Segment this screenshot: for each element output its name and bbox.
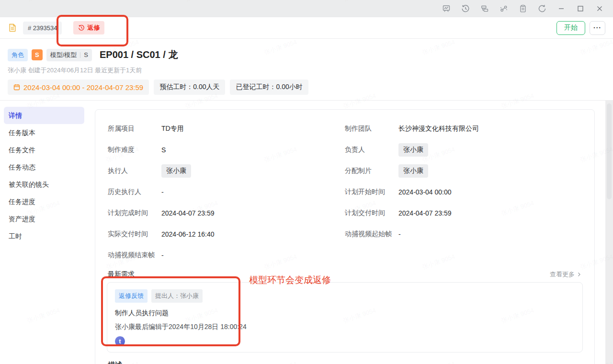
maximize-button[interactable] [571,0,590,17]
field-label: 历史执行人 [108,188,161,196]
field-row: 所属项目TD专用 [108,118,345,139]
badge-divider [80,52,80,58]
field-label: 实际交付时间 [108,230,161,239]
field-label: 负责人 [345,146,398,154]
person-tag: 张小康 [398,143,428,157]
field-row: 制作团队长沙神漫文化科技有限公司 [345,118,582,139]
field-label: 动捕视频结束帧 [108,251,161,260]
creation-meta: 张小康 创建于2024年06月12日 最近更新于1天前 [8,66,142,75]
close-button[interactable] [590,0,609,17]
sidebar-item[interactable]: 任务动态 [4,159,84,176]
field-row: 计划开始时间2024-03-04 00:00 [345,182,582,203]
view-more-link[interactable]: 查看更多 [550,270,582,279]
attachment-avatar-icon[interactable]: t [115,336,125,346]
field-value: - [161,188,164,196]
person-tag: 张小康 [161,164,191,178]
field-label: 制作团队 [345,125,398,133]
field-value: 2024-03-04 00:00 [398,188,452,196]
field-label: 动捕视频起始帧 [345,230,398,239]
field-value: 2024-06-12 16:40 [161,230,215,238]
field-value: TD专用 [161,125,184,133]
task-id-chip[interactable]: # 2393534 [23,22,62,34]
next-section-title-partial: 描述 [108,361,122,364]
refresh-icon[interactable] [533,0,552,17]
asset-type-badge: 角色 [8,49,28,61]
difficulty-badge: S [32,49,43,60]
sidebar-item[interactable]: 任务进度 [4,193,84,210]
field-row: 计划交付时间2024-04-07 23:59 [345,203,582,224]
sidebar: 详情任务版本任务文件任务动态被关联的镜头任务进度资产进度工时 [4,107,84,245]
field-row: 负责人张小康 [345,139,582,160]
link-icon[interactable] [494,0,513,17]
title-section: 角色 S 模型/模型 S EP001 / SC01 / 龙 张小康 创建于202… [0,39,613,101]
field-label: 计划交付时间 [345,209,398,217]
status-badge: 返修 [73,21,104,34]
pipeline-step-badge: 模型/模型 S [46,49,92,61]
requirement-content: 制作人员执行问题 [115,309,575,318]
rework-history-icon [78,24,85,31]
detail-card: 所属项目TD专用制作难度S执行人张小康历史执行人-计划完成时间2024-04-0… [95,109,595,364]
field-label: 计划开始时间 [345,188,398,196]
dashboard-icon[interactable] [437,0,456,17]
field-row: 历史执行人- [108,182,345,203]
proposer-badge: 提出人：张小康 [151,289,203,303]
field-value: - [398,230,401,238]
sidebar-item[interactable]: 任务文件 [4,141,84,159]
sidebar-item[interactable]: 工时 [4,228,84,245]
pipeline-step-label: 模型/模型 [50,51,77,59]
details-col-left: 所属项目TD专用制作难度S执行人张小康历史执行人-计划完成时间2024-04-0… [108,118,345,266]
sidebar-item[interactable]: 资产进度 [4,210,84,228]
feedback-type-badge: 返修反馈 [115,289,148,303]
field-value: 2024-04-07 23:59 [161,209,215,217]
person-tag: 张小康 [398,164,428,178]
page-title: EP001 / SC01 / 龙 [100,48,178,61]
field-value: 2024-04-07 23:59 [398,209,452,217]
pipeline-step-level: S [84,51,88,58]
scrollbar-track[interactable] [605,101,613,364]
more-actions-button[interactable]: ··· [590,21,605,35]
date-range-label: 2024-03-04 00:00 - 2024-04-07 23:59 [23,83,143,91]
status-badge-label: 返修 [87,23,100,32]
calendar-icon [13,84,20,91]
clipboard-icon[interactable] [513,0,533,17]
field-label: 计划完成时间 [108,209,161,217]
date-range-pill[interactable]: 2024-03-04 00:00 - 2024-04-07 23:59 [8,80,149,95]
window-titlebar [0,0,613,17]
sidebar-item[interactable]: 被关联的镜头 [4,176,84,193]
chevron-right-icon [576,272,582,277]
field-row: 制作难度S [108,139,345,160]
details-col-right: 制作团队长沙神漫文化科技有限公司负责人张小康分配制片张小康计划开始时间2024-… [345,118,582,266]
minimize-button[interactable] [552,0,571,17]
history-icon[interactable] [456,0,475,17]
last-edited-line: 张小康最后编辑于2024年10月28日 18:00:24 [115,323,575,331]
requirements-section-title: 最新需求 [108,270,135,279]
fields-grid: 所属项目TD专用制作难度S执行人张小康历史执行人-计划完成时间2024-04-0… [95,110,594,266]
structure-icon[interactable] [475,0,494,17]
view-more-label: 查看更多 [550,270,575,279]
field-row: 执行人张小康 [108,160,345,182]
field-label: 执行人 [108,167,161,175]
start-button[interactable]: 开始 [556,21,585,35]
estimated-hours-pill: 预估工时：0.00人天 [154,80,225,95]
sidebar-item[interactable]: 详情 [4,107,84,124]
field-value: - [161,251,164,259]
field-row: 动捕视频结束帧- [108,245,345,266]
document-icon [8,23,17,33]
field-row: 计划完成时间2024-04-07 23:59 [108,203,345,224]
field-label: 分配制片 [345,167,398,175]
field-row: 实际交付时间2024-06-12 16:40 [108,224,345,245]
logged-hours-pill: 已登记工时：0.00小时 [230,80,308,95]
field-row: 分配制片张小康 [345,160,582,182]
field-value: 长沙神漫文化科技有限公司 [398,125,479,133]
sidebar-item[interactable]: 任务版本 [4,124,84,141]
watermark-text: 张小康 9054 [26,306,61,325]
field-label: 制作难度 [108,146,161,154]
task-header: # 2393534 返修 开始 ··· [0,17,613,39]
requirement-card: 返修反馈 提出人：张小康 制作人员执行问题 张小康最后编辑于2024年10月28… [107,282,583,353]
field-label: 所属项目 [108,125,161,133]
scrollbar-thumb[interactable] [607,103,612,199]
field-value: S [161,146,166,154]
field-row: 动捕视频起始帧- [345,224,582,245]
